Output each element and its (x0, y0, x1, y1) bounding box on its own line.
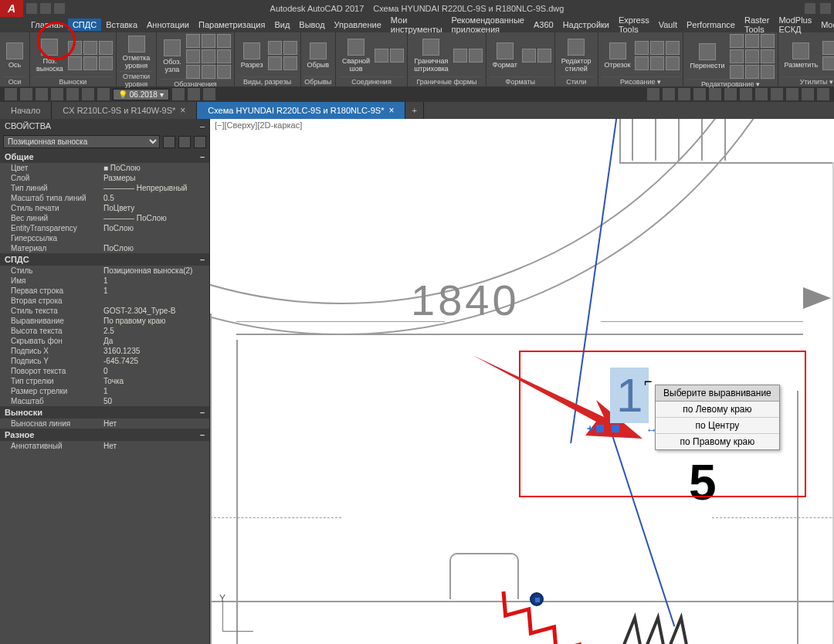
ribbon-panel-title[interactable]: Стили (558, 76, 595, 86)
property-row[interactable]: Цвет■ ПоСлою (0, 163, 209, 173)
qat-btn[interactable] (20, 88, 32, 100)
property-row[interactable]: СтильПозиционная выноска(2) (0, 266, 209, 276)
property-row[interactable]: Масштаб типа линий0.5 (0, 193, 209, 203)
window-controls[interactable] (805, 3, 831, 14)
ribbon-tab[interactable]: Vault (654, 19, 682, 31)
qat-btn[interactable] (771, 88, 783, 100)
qat-btn[interactable] (82, 88, 94, 100)
pick-add-icon[interactable] (178, 136, 191, 148)
ribbon-button[interactable]: Сварной шов (339, 37, 373, 74)
ribbon-small-button[interactable] (68, 41, 82, 55)
property-value[interactable]: GOST-2.304_Type-B (100, 307, 209, 315)
ribbon-small-button[interactable] (186, 65, 200, 79)
ribbon-small-button[interactable] (202, 65, 215, 79)
ribbon-small-button[interactable] (537, 49, 551, 63)
ribbon-small-button[interactable] (761, 34, 775, 48)
ribbon-panel-title[interactable]: Выноски (33, 76, 113, 86)
property-value[interactable]: По правому краю (100, 317, 209, 325)
property-section-header[interactable]: Разное– (0, 429, 209, 441)
ribbon-small-button[interactable] (83, 41, 97, 55)
property-row[interactable]: Скрывать фонДа (0, 336, 209, 346)
ribbon-button[interactable]: Обрыв (304, 41, 332, 70)
ribbon-small-button[interactable] (186, 34, 200, 48)
ribbon-small-button[interactable] (283, 56, 297, 70)
property-value[interactable]: ———— Непрерывный (100, 184, 209, 192)
property-row[interactable]: Высота текста2.5 (0, 326, 209, 336)
ribbon-tab[interactable]: Управление (330, 19, 386, 31)
property-section-header[interactable]: Выноски– (0, 406, 209, 419)
property-row[interactable]: Тип стрелкиТочка (0, 376, 209, 386)
ribbon-button[interactable]: Граничная штриховка (411, 37, 452, 74)
quick-access-toolbar[interactable]: 💡 06.2018 ▾ (0, 86, 834, 102)
ribbon-tab[interactable]: Performance (682, 19, 740, 31)
drawing-canvas[interactable]: [−][Сверху][2D-каркас] 1840 5 (210, 119, 834, 644)
property-value[interactable]: Да (100, 337, 209, 345)
ribbon-small-button[interactable] (283, 41, 297, 55)
ribbon-small-button[interactable] (522, 49, 536, 63)
property-row[interactable]: Вес линий———— ПоСлою (0, 213, 209, 223)
property-value[interactable] (100, 234, 209, 242)
ribbon-small-button[interactable] (761, 65, 775, 79)
ribbon-small-button[interactable] (666, 56, 680, 70)
ribbon-tab[interactable]: Вид (270, 19, 294, 31)
ribbon-small-button[interactable] (761, 49, 775, 63)
ribbon-panel-title[interactable]: Виды, разрезы (238, 76, 297, 86)
property-value[interactable]: 1 (100, 387, 209, 395)
qat-btn[interactable] (97, 88, 110, 100)
ribbon-small-button[interactable] (186, 49, 200, 63)
property-row[interactable]: Стиль печатиПоЦвету (0, 203, 209, 213)
ribbon-small-button[interactable] (650, 41, 664, 55)
property-value[interactable]: 1 (100, 276, 209, 285)
property-row[interactable]: Размер стрелки1 (0, 386, 209, 396)
layer-dropdown[interactable]: 💡 06.2018 ▾ (113, 89, 169, 100)
qat-btn[interactable] (5, 88, 17, 100)
property-row[interactable]: Подпись Y-645.7425 (0, 356, 209, 366)
alignment-menu[interactable]: Выберите выравнивание по Левому краю по … (655, 385, 780, 450)
property-section-header[interactable]: Общие– (0, 151, 209, 163)
qat-btn[interactable] (36, 88, 48, 100)
qat-btn[interactable] (66, 88, 79, 100)
qat-btn[interactable] (817, 88, 829, 100)
property-value[interactable]: Точка (100, 377, 209, 385)
qat-btn[interactable] (663, 88, 675, 100)
ribbon-panel-title[interactable]: Форматы (490, 76, 551, 86)
property-value[interactable]: ПоЦвету (100, 204, 209, 212)
property-value[interactable]: Размеры (100, 174, 209, 182)
ribbon-small-button[interactable] (217, 65, 231, 79)
property-value[interactable]: ПоСлою (100, 244, 209, 253)
ribbon-button[interactable]: Разрез (238, 41, 266, 70)
pick-object-icon[interactable] (194, 136, 206, 148)
qat-btn[interactable] (786, 88, 798, 100)
ribbon-tab[interactable]: A360 (529, 19, 558, 31)
ribbon-button[interactable]: Редактор стилей (558, 37, 595, 74)
qat-btn[interactable] (203, 88, 215, 100)
ribbon-button[interactable]: Поз. выноска (33, 37, 66, 74)
ribbon-tab[interactable]: Вывод (294, 19, 329, 31)
ribbon-small-button[interactable] (202, 49, 215, 63)
alignment-menu-item[interactable]: по Левому краю (656, 402, 779, 418)
ribbon-small-button[interactable] (745, 34, 759, 48)
ribbon-button[interactable]: Разметить (781, 41, 822, 70)
ribbon-tab[interactable]: Параметризация (194, 19, 270, 31)
ribbon-panel-title[interactable]: Утилиты ▾ (781, 76, 834, 86)
ribbon-panel-title[interactable]: Обрывы (304, 76, 332, 86)
property-row[interactable]: Гиперссылка (0, 233, 209, 243)
ribbon-small-button[interactable] (453, 49, 467, 63)
property-value[interactable]: -645.7425 (100, 357, 209, 365)
document-tab[interactable]: Начало (0, 102, 52, 119)
ribbon-tab[interactable]: Надстройки (558, 19, 614, 31)
ribbon-small-button[interactable] (635, 41, 649, 55)
leader-text[interactable]: 1 (610, 368, 649, 423)
ribbon-small-button[interactable] (268, 41, 282, 55)
ribbon-small-button[interactable] (730, 34, 744, 48)
ribbon-small-button[interactable] (217, 49, 231, 63)
ribbon-small-button[interactable] (745, 49, 759, 63)
qat-btn[interactable] (51, 88, 63, 100)
property-row[interactable]: Поворот текста0 (0, 366, 209, 376)
ribbon-small-button[interactable] (822, 41, 834, 55)
leader-grip[interactable] (612, 425, 619, 432)
close-icon[interactable]: × (388, 105, 394, 116)
qat-btn[interactable] (755, 88, 768, 100)
property-value[interactable]: 1 (100, 286, 209, 295)
qat-btn[interactable] (709, 88, 721, 100)
